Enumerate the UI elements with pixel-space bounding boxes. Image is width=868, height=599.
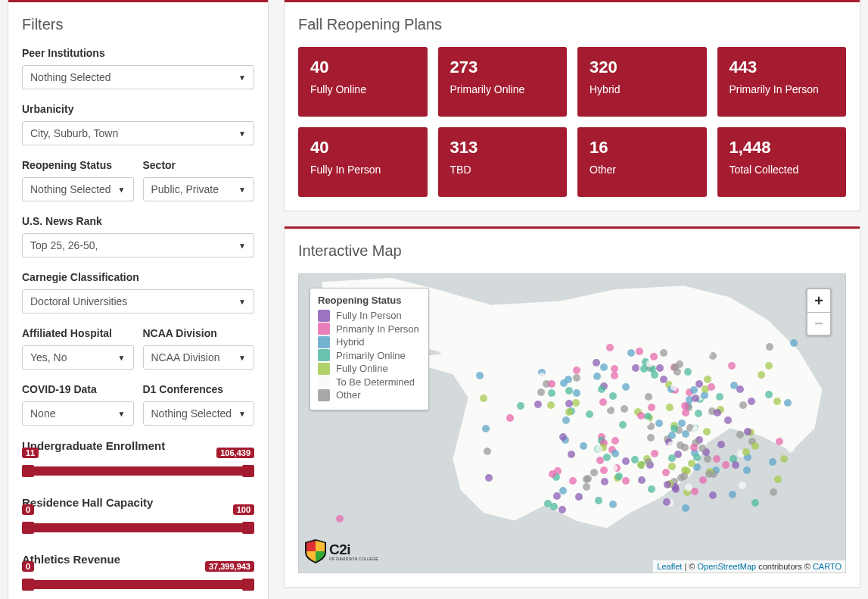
filter-label: Peer Institutions [22,47,254,59]
stat-label: Total Collected [730,164,835,176]
dropdown-value: None [30,407,55,420]
filter-label: Reopening Status [22,159,134,171]
stat-number: 1,448 [730,138,835,158]
stat-number: 40 [310,58,415,77]
slider-min-badge: 11 [22,448,39,458]
zoom-out-button[interactable]: − [807,312,830,335]
interactive-map[interactable]: Reopening Status Fully In PersonPrimaril… [298,273,846,573]
filter-dropdown-6[interactable]: Yes, No ▼ [22,345,134,370]
filter-label: Sector [143,159,255,171]
caret-down-icon: ▼ [238,354,246,362]
filter-label: Urbanicity [22,103,254,115]
legend-swatch [318,349,330,361]
dropdown-value: Nothing Selected [30,183,111,195]
dropdown-value: Top 25, 26-50, [30,239,98,251]
stat-label: Primarily In Person [730,83,835,95]
map-attribution: Leaflet | © OpenStreetMap contributors ©… [653,560,845,572]
stat-number: 40 [310,138,415,158]
filters-title: Filters [22,16,254,33]
filter-dropdown-5[interactable]: Doctoral Universities ▼ [22,289,254,314]
filter-dropdown-4[interactable]: Top 25, 26-50, ▼ [22,233,254,257]
legend-swatch [318,310,330,322]
stat-label: Other [590,164,695,176]
stat-number: 443 [730,58,835,77]
slider-handle-min[interactable] [22,465,34,477]
slider-max-badge: 37,399,943 [205,561,254,572]
filter-dropdown-0[interactable]: Nothing Selected ▼ [22,65,254,89]
map-panel: Interactive Map Reopening Status Fully I… [284,226,860,588]
range-slider-1[interactable]: 0 100 [22,519,254,536]
filter-label: COVID-19 Data [22,383,134,395]
slider-min-badge: 0 [22,561,34,572]
filters-panel: Filters Peer Institutions Nothing Select… [8,0,269,599]
stat-number: 273 [450,58,555,77]
filter-label: Affiliated Hospital [22,327,134,339]
slider-max-badge: 100 [233,504,254,515]
slider-handle-min[interactable] [22,579,34,591]
slider-handle-max[interactable] [242,522,254,534]
caret-down-icon: ▼ [238,242,246,250]
filter-dropdown-3[interactable]: Public, Private ▼ [143,177,255,201]
map-zoom-control: + − [806,288,832,336]
legend-swatch [318,363,330,375]
dropdown-value: City, Suburb, Town [30,127,118,139]
legend-title: Reopening Status [318,295,419,306]
caret-down-icon: ▼ [238,298,246,306]
stat-label: Hybrid [590,83,695,95]
carto-link[interactable]: CARTO [813,562,842,571]
filter-label: U.S. News Rank [22,215,254,227]
filter-dropdown-2[interactable]: Nothing Selected ▼ [22,177,134,201]
c2i-logo: C2i OF DAVIDSON COLLEGE [305,539,378,563]
stat-card[interactable]: 273 Primarily Online [438,47,568,117]
stats-title: Fall Reopening Plans [298,16,846,33]
stat-card[interactable]: 40 Fully Online [298,47,428,117]
caret-down-icon: ▼ [118,186,126,194]
stat-card[interactable]: 313 TBD [438,127,568,197]
stat-card[interactable]: 320 Hybrid [577,47,707,117]
legend-item: To Be Determined [318,376,419,389]
caret-down-icon: ▼ [238,186,246,194]
range-slider-0[interactable]: 11 106,439 [22,463,254,479]
filter-dropdown-8[interactable]: None ▼ [22,401,134,426]
map-title: Interactive Map [298,242,846,260]
stat-number: 313 [450,138,555,158]
dropdown-value: Nothing Selected [151,407,232,420]
filter-dropdown-1[interactable]: City, Suburb, Town ▼ [22,121,254,145]
osm-link[interactable]: OpenStreetMap [697,562,756,571]
slider-handle-max[interactable] [242,465,254,477]
legend-item: Other [318,388,419,402]
slider-max-badge: 106,439 [216,448,254,458]
stat-label: Fully Online [310,83,415,95]
map-legend: Reopening Status Fully In PersonPrimaril… [310,288,429,410]
legend-swatch [318,376,330,388]
legend-swatch [318,389,330,401]
legend-item: Primarily Online [318,349,419,363]
slider-handle-max[interactable] [242,579,254,591]
stat-card[interactable]: 443 Primarily In Person [717,47,847,117]
stat-number: 320 [590,58,695,77]
filter-dropdown-9[interactable]: Nothing Selected ▼ [143,401,255,426]
dropdown-value: NCAA Division [151,351,220,363]
caret-down-icon: ▼ [238,410,246,418]
caret-down-icon: ▼ [238,129,246,138]
legend-item: Fully In Person [318,309,419,323]
caret-down-icon: ▼ [238,73,246,82]
dropdown-value: Nothing Selected [30,71,111,83]
stat-card[interactable]: 16 Other [577,127,707,197]
filter-dropdown-7[interactable]: NCAA Division ▼ [143,345,255,370]
legend-item: Primarily In Person [318,323,419,336]
stat-label: TBD [450,164,555,176]
slider-handle-min[interactable] [22,522,34,534]
legend-item: Fully Online [318,362,419,376]
stats-panel: Fall Reopening Plans 40 Fully Online273 … [284,0,860,211]
stat-card[interactable]: 40 Fully In Person [298,127,428,197]
legend-swatch [318,336,330,348]
dropdown-value: Yes, No [30,351,67,363]
zoom-in-button[interactable]: + [807,289,830,312]
slider-label: Residence Hall Capacity [22,496,254,509]
filter-label: NCAA Division [143,327,255,339]
stat-card[interactable]: 1,448 Total Collected [717,127,847,197]
stat-label: Primarily Online [450,83,555,95]
leaflet-link[interactable]: Leaflet [657,562,682,571]
range-slider-2[interactable]: 0 37,399,943 [22,576,254,593]
